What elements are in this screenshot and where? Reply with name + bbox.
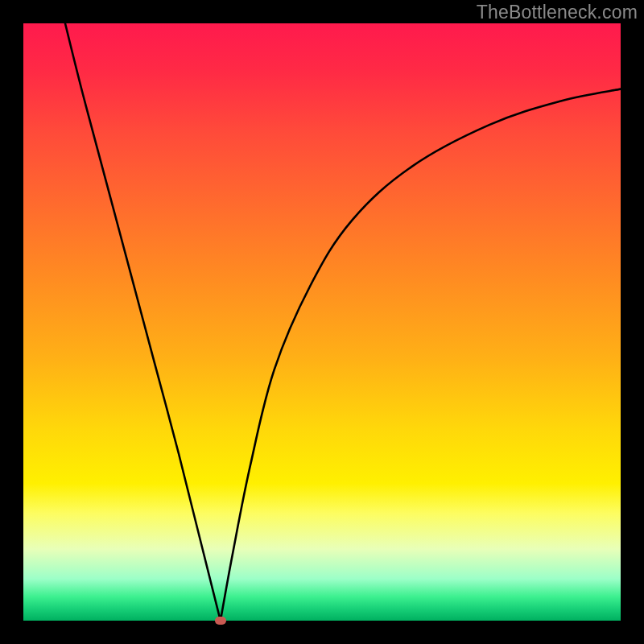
chart-frame: TheBottleneck.com xyxy=(0,0,644,644)
bottleneck-curve xyxy=(23,23,621,621)
curve-path xyxy=(65,23,621,621)
minimum-marker xyxy=(215,617,226,625)
watermark-text: TheBottleneck.com xyxy=(477,2,638,23)
chart-plot-area xyxy=(23,23,621,621)
